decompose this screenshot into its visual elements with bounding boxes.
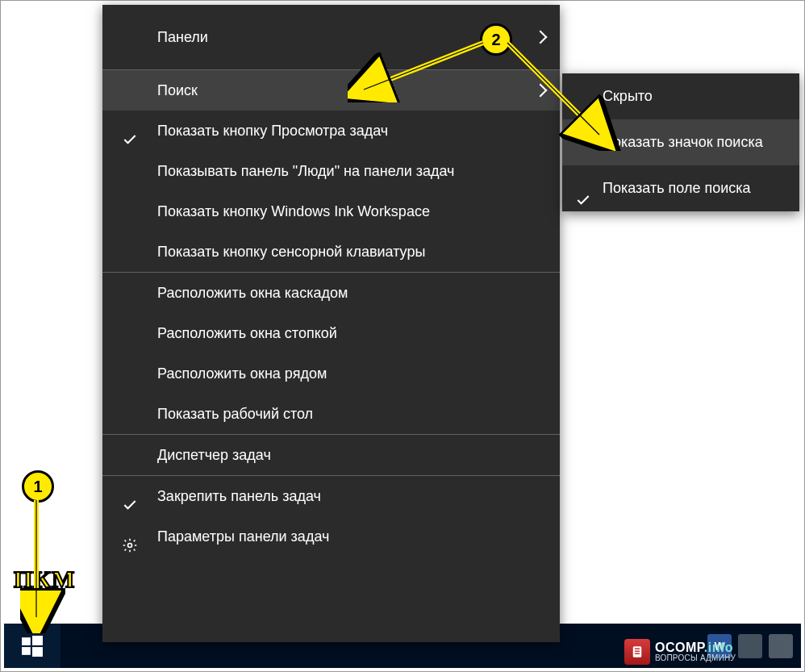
menu-item-label: Закрепить панель задач (157, 488, 321, 504)
submenu-item-show-icon[interactable]: Показать значок поиска (562, 119, 799, 165)
watermark-brand: OCOMP.info (655, 641, 736, 654)
windows-logo-icon (22, 636, 43, 657)
watermark-logo-icon (624, 639, 650, 665)
menu-item-people[interactable]: Показывать панель "Люди" на панели задач (102, 151, 560, 191)
chevron-right-icon (534, 84, 548, 98)
svg-point-8 (128, 544, 132, 548)
svg-rect-6 (635, 651, 640, 653)
taskbar-context-menu: Панели Поиск Показать кнопку Просмотра з… (102, 5, 560, 642)
svg-rect-0 (22, 637, 31, 645)
menu-item-task-view[interactable]: Показать кнопку Просмотра задач (102, 111, 560, 151)
menu-item-label: Показать рабочий стол (157, 406, 313, 422)
menu-item-label: Показать кнопку Просмотра задач (157, 123, 388, 139)
submenu-item-show-box[interactable]: Показать поле поиска (562, 165, 799, 211)
tray-app-icon[interactable] (769, 634, 793, 658)
check-icon (575, 181, 591, 197)
menu-item-label: Расположить окна каскадом (157, 285, 348, 301)
callout-number-1: 1 (22, 470, 54, 503)
annotation-arrow (20, 496, 69, 633)
menu-item-show-desktop[interactable]: Показать рабочий стол (102, 394, 560, 434)
menu-item-label: Показать кнопку сенсорной клавиатуры (157, 244, 425, 260)
submenu-item-hidden[interactable]: Скрыто (562, 73, 799, 119)
menu-item-label: Поиск (157, 82, 198, 98)
check-icon (122, 488, 138, 504)
svg-rect-5 (635, 649, 640, 650)
callout-number-2: 2 (480, 23, 512, 56)
menu-item-side-by-side[interactable]: Расположить окна рядом (102, 353, 560, 394)
menu-item-task-manager[interactable]: Диспетчер задач (102, 435, 560, 475)
menu-item-label: Скрыто (603, 88, 653, 104)
menu-item-search[interactable]: Поиск (102, 70, 560, 111)
menu-item-taskbar-settings[interactable]: Параметры панели задач (102, 516, 560, 557)
watermark-tagline: ВОПРОСЫ АДМИНУ (655, 654, 736, 662)
watermark: OCOMP.info ВОПРОСЫ АДМИНУ (624, 639, 736, 665)
screenshot-canvas: W OCOMP.info ВОПРОСЫ АДМИНУ Панели Поиск (0, 0, 805, 672)
menu-item-label: Показать значок поиска (603, 134, 763, 150)
callout-label-rmb: ПКМ (14, 566, 75, 593)
svg-rect-3 (32, 647, 43, 657)
menu-item-label: Расположить окна стопкой (157, 325, 337, 341)
menu-item-touch-keyboard[interactable]: Показать кнопку сенсорной клавиатуры (102, 232, 560, 272)
menu-item-label: Расположить окна рядом (157, 365, 327, 382)
menu-item-lock-taskbar[interactable]: Закрепить панель задач (102, 476, 560, 516)
tray-app-icon[interactable] (738, 634, 762, 658)
start-button[interactable] (4, 624, 60, 668)
gear-icon (122, 528, 138, 545)
check-icon (122, 123, 138, 139)
search-submenu: Скрыто Показать значок поиска Показать п… (562, 73, 799, 211)
menu-item-label: Показывать панель "Люди" на панели задач (157, 163, 454, 179)
menu-item-label: Параметры панели задач (157, 528, 329, 545)
menu-item-stacked[interactable]: Расположить окна стопкой (102, 313, 560, 353)
menu-item-label: Диспетчер задач (157, 447, 271, 463)
svg-rect-1 (32, 636, 43, 645)
menu-item-cascade[interactable]: Расположить окна каскадом (102, 273, 560, 313)
svg-rect-2 (22, 647, 31, 655)
chevron-right-icon (534, 31, 548, 44)
svg-rect-7 (635, 653, 640, 655)
menu-item-label: Показать поле поиска (603, 180, 751, 196)
menu-item-label: Панели (157, 29, 208, 45)
menu-item-ink[interactable]: Показать кнопку Windows Ink Workspace (102, 191, 560, 232)
menu-item-label: Показать кнопку Windows Ink Workspace (157, 203, 430, 219)
